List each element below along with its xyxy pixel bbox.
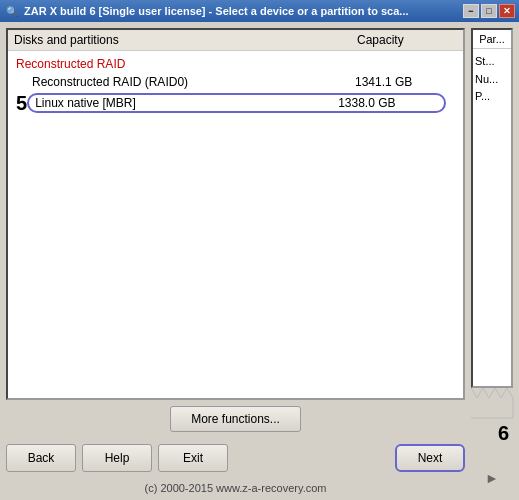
col-capacity-header: Capacity — [357, 33, 457, 47]
side-number: 6 — [471, 422, 513, 445]
zigzag-decoration — [471, 388, 513, 418]
table-body: Reconstructed RAID Reconstructed RAID (R… — [8, 51, 463, 119]
disk-capacity: 1341.1 GB — [355, 75, 455, 89]
title-bar-buttons: − □ ✕ — [463, 4, 515, 18]
app-icon: 🔍 — [4, 3, 20, 19]
close-button[interactable]: ✕ — [499, 4, 515, 18]
main-panel: Disks and partitions Capacity Reconstruc… — [6, 28, 465, 494]
back-button[interactable]: Back — [6, 444, 76, 472]
window-body: Disks and partitions Capacity Reconstruc… — [0, 22, 519, 500]
side-panel-header: Par... — [473, 30, 511, 49]
footer-text: (c) 2000-2015 www.z-a-recovery.com — [6, 478, 465, 494]
nav-buttons-row: Back Help Exit Next — [6, 444, 465, 472]
next-button[interactable]: Next — [395, 444, 465, 472]
scroll-indicator: ► — [471, 470, 513, 494]
title-text: ZAR X build 6 [Single user license] - Se… — [24, 5, 463, 17]
table-row[interactable]: Reconstructed RAID (RAID0) 1341.1 GB — [8, 73, 463, 91]
minimize-button[interactable]: − — [463, 4, 479, 18]
side-panel-line-3: P... — [475, 88, 509, 106]
more-functions-row: More functions... — [6, 406, 465, 432]
side-panel-line-1: St... — [475, 53, 509, 71]
exit-button[interactable]: Exit — [158, 444, 228, 472]
disk-capacity-selected: 1338.0 GB — [338, 96, 438, 110]
disk-name-selected: Linux native [MBR] — [35, 96, 338, 110]
maximize-button[interactable]: □ — [481, 4, 497, 18]
more-functions-button[interactable]: More functions... — [170, 406, 301, 432]
side-panel: Par... St... Nu... P... 6 ► — [471, 28, 513, 494]
table-header: Disks and partitions Capacity — [8, 30, 463, 51]
disk-name: Reconstructed RAID (RAID0) — [32, 75, 355, 89]
col-name-header: Disks and partitions — [14, 33, 357, 47]
group-label: Reconstructed RAID — [8, 55, 463, 73]
side-panel-top: Par... St... Nu... P... — [471, 28, 513, 388]
side-panel-content: St... Nu... P... — [473, 49, 511, 110]
disk-table-container: Disks and partitions Capacity Reconstruc… — [6, 28, 465, 400]
title-bar: 🔍 ZAR X build 6 [Single user license] - … — [0, 0, 519, 22]
table-row-selected[interactable]: 5 Linux native [MBR] 1338.0 GB — [8, 91, 463, 115]
side-panel-line-2: Nu... — [475, 71, 509, 89]
selected-disk-item[interactable]: Linux native [MBR] 1338.0 GB — [27, 93, 446, 113]
help-button[interactable]: Help — [82, 444, 152, 472]
row-number: 5 — [16, 93, 27, 113]
